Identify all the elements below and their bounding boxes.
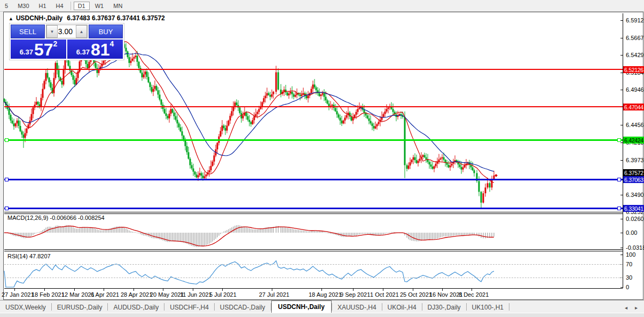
date-axis-label: 12 Mar 2021 [61,291,95,298]
timeframe-button-h1[interactable]: H1 [35,2,51,10]
buy-price-main: 81 [91,42,110,58]
rsi-axis-label: 70 [626,261,632,267]
date-axis-tick [353,288,354,291]
date-axis-label: 11 Jun 2021 [180,291,212,298]
pane-separator [4,288,623,289]
price-level-badge: 6.37572 [623,169,644,176]
date-axis-label: 1 Oct 2021 [370,291,399,298]
timeframe-button-5[interactable]: 5 [1,2,12,10]
price-axis-label: 6.39730 [626,157,644,163]
date-axis-tick [413,288,413,291]
line-drag-handle[interactable] [617,178,621,181]
price-axis-tick [621,38,623,38]
price-axis-label: 6.49460 [626,86,644,93]
macd-axis-label: -0.03187 [626,244,644,251]
price-axis-label: 6.56670 [626,35,644,41]
date-axis-tick [133,288,134,291]
price-axis-tick [621,142,623,143]
one-click-trade-panel: SELL ▼ 3.00 ▲ BUY 6.37 57 2 6.37 81 4 [9,23,124,60]
horizontal-line-6.47044[interactable] [4,106,623,107]
price-level-badge: 6.37063 [623,176,644,183]
chart-tab-audusd[interactable]: AUDUSD-,Daily [108,302,164,313]
price-axis-tick [621,90,623,90]
macd-axis-tick [621,219,623,219]
horizontal-line-6.37063[interactable] [4,179,623,180]
rsi-axis-tick [621,287,623,288]
price-level-badge: 6.47044 [623,104,644,110]
sell-button[interactable]: SELL [11,25,45,38]
date-axis-label: 9 Sep 2021 [340,291,370,298]
rsi-axis-label: 0 [626,284,629,290]
timeframe-button-w1[interactable]: W1 [91,2,108,10]
timeframe-button-d1[interactable]: D1 [74,2,90,10]
price-axis [623,13,623,288]
date-axis-tick [104,288,104,291]
volume-decrease-arrow-icon[interactable]: ▼ [46,25,58,38]
volume-input[interactable]: 3.00 [58,25,76,38]
price-axis-tick [621,160,623,161]
date-axis-tick [272,288,272,291]
rsi-axis-label: 30 [626,274,632,281]
price-axis-label: 6.34900 [626,192,644,198]
price-axis-tick [621,55,623,56]
date-axis-label: 27 Jul 2021 [259,291,289,298]
line-drag-handle[interactable] [5,207,9,210]
price-axis-tick [621,195,623,195]
buy-price-pip: 4 [110,39,114,48]
chart-tab-usdcad[interactable]: USDCAD-,Daily [215,302,271,313]
rsi-indicator-pane[interactable] [0,251,623,288]
buy-button[interactable]: BUY [89,25,123,38]
date-axis-tick [321,288,322,291]
price-level-badge: 6.33041 [623,205,644,212]
toolbar-separator [70,2,71,10]
rsi-level-dashed-line [4,264,623,265]
sell-price-box[interactable]: 6.37 57 2 [11,39,66,59]
date-axis-tick [472,288,472,291]
chart-tab-usdcnh[interactable]: USDCNH-,Daily [271,300,332,313]
horizontal-line-6.33041[interactable] [4,208,623,209]
date-axis-tick [14,288,15,291]
price-axis-tick [621,212,623,212]
date-axis-label: 8 Dec 2021 [459,291,489,298]
chart-tab-bar: USDX,WeeklyEURUSD-,DailyAUDUSD-,DailyUSD… [0,300,644,313]
timeframe-button-h4[interactable]: H4 [52,2,68,10]
timeframe-toolbar: 5M30H1H4D1W1MN [0,0,644,12]
chart-tab-uk100[interactable]: UK100-,H1 [467,302,509,313]
pane-separator[interactable] [4,212,623,212]
macd-axis-tick [621,248,623,248]
rsi-label: RSI(14) 47.8207 [7,253,51,259]
pane-separator[interactable] [4,251,623,251]
buy-price-box[interactable]: 6.37 81 4 [67,39,123,59]
date-axis-label: 18 Feb 2021 [32,291,65,298]
horizontal-line-6.42424[interactable] [4,139,623,141]
chart-tab-usdx[interactable]: USDX,Weekly [0,302,51,313]
pane-separator[interactable] [4,213,623,214]
chart-tab-eurusd[interactable]: EURUSD-,Daily [52,302,108,313]
chart-tab-dj30[interactable]: DJ30-,Daily [422,302,466,313]
price-axis-tick [621,125,623,125]
volume-increase-arrow-icon[interactable]: ▲ [76,25,87,38]
timeframe-button-mn[interactable]: MN [109,2,127,10]
price-axis-tick [621,73,623,73]
chart-tab-xauusd[interactable]: XAUUSD-,H4 [332,302,382,313]
horizontal-line-6.52126[interactable] [4,69,623,70]
sell-price-prefix: 6.37 [20,48,33,56]
date-axis-tick [74,288,75,291]
sell-price-pip: 2 [53,39,58,48]
date-axis-label: 16 Nov 2021 [429,291,462,298]
pane-separator[interactable] [4,249,623,250]
line-drag-handle[interactable] [5,178,9,181]
macd-label: MACD(12,26,9) -0.006066 -0.008254 [7,215,105,221]
chart-tab-ukoil[interactable]: UKOil-,H4 [382,302,422,313]
price-axis-tick [621,20,623,21]
buy-price-prefix: 6.37 [76,48,90,56]
date-axis-label: 27 Jan 2021 [2,291,34,298]
tab-scroll-right-icon[interactable]: ▸ [635,305,638,311]
line-drag-handle[interactable] [617,207,621,210]
chart-tab-usdchf[interactable]: USDCHF-,H4 [164,302,214,313]
tab-scroll-left-icon[interactable]: ◂ [625,305,627,311]
date-axis-tick [442,288,443,291]
line-drag-handle[interactable] [5,138,9,142]
timeframe-button-m30[interactable]: M30 [13,2,33,10]
line-drag-handle[interactable] [617,138,621,142]
